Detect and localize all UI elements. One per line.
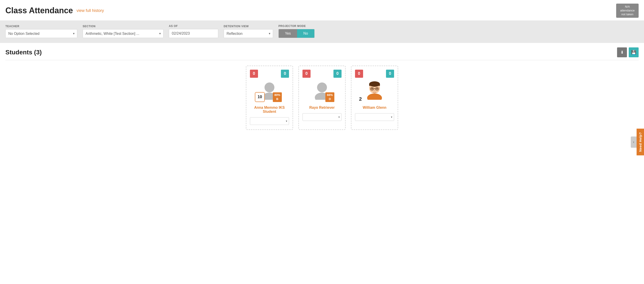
save-button[interactable]: 💾 xyxy=(629,47,638,57)
badge-red-2: 0 xyxy=(355,70,363,78)
student-name-1: Rayo Retriever xyxy=(310,106,335,110)
card-top-0: 0 0 xyxy=(250,70,289,78)
detention-filter-group: DETENTION VIEW Reflection ▾ xyxy=(224,25,273,38)
section-label: SECTION xyxy=(83,25,164,28)
student-cards-container: 0 0 10 80%B Anna Memmo IKS Student ▾ xyxy=(6,66,638,130)
as-of-label: AS OF xyxy=(169,25,218,28)
teacher-filter-group: TEACHER No Option Selected ▾ xyxy=(6,25,77,38)
projector-no-button[interactable]: No xyxy=(297,29,314,38)
badge-teal-2: 0 xyxy=(386,70,394,78)
svg-point-4 xyxy=(367,94,382,100)
svg-point-0 xyxy=(264,83,274,92)
teacher-select[interactable]: No Option Selected xyxy=(6,29,77,38)
score-plain-2: 2 xyxy=(359,96,362,102)
svg-point-2 xyxy=(317,83,327,92)
detention-select[interactable]: Reflection xyxy=(224,29,273,38)
student-dropdown-2[interactable] xyxy=(355,113,394,121)
badge-red-1: 0 xyxy=(302,70,310,78)
students-actions: ⬇ 💾 xyxy=(617,47,638,57)
card-top-2: 0 0 xyxy=(355,70,394,78)
badge-teal-1: 0 xyxy=(334,70,342,78)
student-card-2: 0 0 xyxy=(351,66,398,130)
students-section: Students (3) ⬇ 💾 0 0 10 80%B xyxy=(0,43,644,134)
student-dropdown-0[interactable] xyxy=(250,117,289,125)
svg-point-13 xyxy=(374,90,375,91)
grade-badge-1: 66%D xyxy=(325,92,334,102)
students-divider xyxy=(6,60,638,60)
teacher-select-wrapper: No Option Selected ▾ xyxy=(6,29,77,38)
badge-red-0: 0 xyxy=(250,70,258,78)
page-header: Class Attendance view full history N/A a… xyxy=(0,0,644,21)
student-card-0: 0 0 10 80%B Anna Memmo IKS Student ▾ xyxy=(246,66,293,130)
badge-teal-0: 0 xyxy=(281,70,289,78)
student-dropdown-wrapper-1: ▾ xyxy=(302,113,342,121)
projector-toggle: Yes No xyxy=(278,29,314,38)
student-name-0: Anna Memmo IKS Student xyxy=(250,106,289,114)
student-name-2: William Glenn xyxy=(363,106,386,110)
header-title-group: Class Attendance view full history xyxy=(6,6,104,15)
student-dropdown-wrapper-0: ▾ xyxy=(250,117,289,125)
download-button[interactable]: ⬇ xyxy=(617,47,627,57)
detention-select-wrapper: Reflection ▾ xyxy=(224,29,273,38)
grade-badge-0: 80%B xyxy=(273,92,282,102)
svg-rect-7 xyxy=(369,84,380,86)
view-full-history-link[interactable]: view full history xyxy=(76,8,104,13)
need-help-tab[interactable]: Need Help? xyxy=(636,129,644,134)
page-title: Class Attendance xyxy=(6,6,73,15)
detention-label: DETENTION VIEW xyxy=(224,25,273,28)
avatar-container-0: 10 80%B xyxy=(259,80,280,100)
students-title: Students (3) xyxy=(6,49,42,56)
student-card-1: 0 0 66%D Rayo Retriever ▾ xyxy=(298,66,346,130)
as-of-date-input[interactable]: 02/24/2023 xyxy=(169,29,218,38)
student-dropdown-wrapper-2: ▾ xyxy=(355,113,394,121)
section-select[interactable]: Arithmetic, White [Test Section] ... xyxy=(83,29,164,38)
projector-label: PROJECTOR MODE xyxy=(278,25,314,28)
section-filter-group: SECTION Arithmetic, White [Test Section]… xyxy=(83,25,164,38)
card-top-1: 0 0 xyxy=(302,70,342,78)
student-dropdown-1[interactable] xyxy=(302,113,342,121)
filter-bar: TEACHER No Option Selected ▾ SECTION Ari… xyxy=(0,21,644,43)
projector-mode-group: PROJECTOR MODE Yes No xyxy=(278,25,314,38)
svg-point-11 xyxy=(372,88,373,89)
section-select-wrapper: Arithmetic, White [Test Section] ... ▾ xyxy=(83,29,164,38)
avatar-container-2: 2 xyxy=(364,80,385,100)
students-header: Students (3) ⬇ 💾 xyxy=(6,47,638,57)
avatar-container-1: 66%D xyxy=(312,80,332,100)
svg-point-12 xyxy=(376,88,378,89)
need-help-sidebar: ‹ Need Help? xyxy=(631,129,644,134)
avatar-icon-2 xyxy=(364,80,385,100)
attendance-not-taken-badge: N/A attendance not taken xyxy=(616,4,638,18)
projector-yes-button[interactable]: Yes xyxy=(279,29,297,38)
as-of-filter-group: AS OF 02/24/2023 xyxy=(169,25,218,38)
score-badge-0: 10 xyxy=(255,92,265,102)
teacher-label: TEACHER xyxy=(6,25,77,28)
